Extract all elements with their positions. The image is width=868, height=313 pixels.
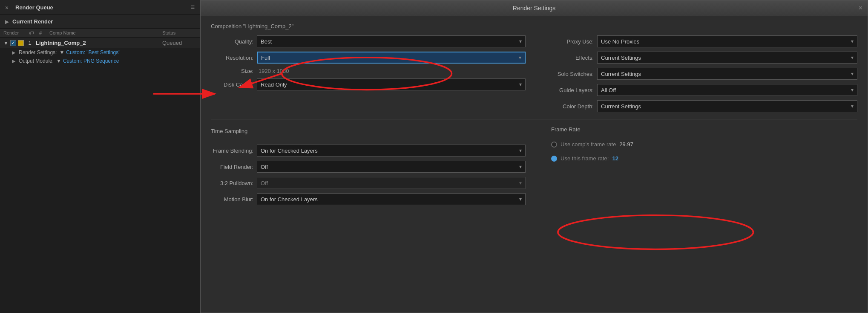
effects-select[interactable]: Current Settings ▾ bbox=[597, 52, 857, 64]
comp-frame-rate-radio[interactable] bbox=[551, 142, 557, 148]
resolution-label: Resolution: bbox=[211, 55, 253, 61]
pulldown-label: 3:2 Pulldown: bbox=[211, 180, 253, 186]
quality-row: Quality: Best ▾ bbox=[211, 35, 526, 47]
header-tag: 🏷 bbox=[29, 30, 39, 35]
dialog-close-icon[interactable]: × bbox=[859, 4, 862, 12]
solo-switches-dropdown-arrow: ▾ bbox=[851, 71, 854, 77]
composition-name: Composition "Lightning_Comp_2" bbox=[211, 23, 857, 29]
item-comp-name: Lightning_Comp_2 bbox=[36, 40, 161, 46]
disk-cache-label: Disk Cache: bbox=[211, 81, 253, 88]
disk-cache-value: Read Only bbox=[261, 81, 287, 88]
proxy-use-select[interactable]: Use No Proxies ▾ bbox=[597, 35, 857, 47]
output-module-dropdown[interactable]: ▼ bbox=[56, 58, 61, 64]
frame-blending-label: Frame Blending: bbox=[211, 148, 253, 154]
current-render-row: ▶ Current Render bbox=[0, 15, 200, 29]
this-frame-rate-label: Use this frame rate: bbox=[560, 155, 609, 162]
output-module-label: Output Module: bbox=[19, 58, 54, 64]
color-depth-select[interactable]: Current Settings ▾ bbox=[597, 100, 857, 112]
disk-cache-row: Disk Cache: Read Only ▾ bbox=[211, 78, 526, 90]
motion-blur-value: On for Checked Layers bbox=[261, 196, 318, 203]
resolution-value: Full bbox=[261, 55, 270, 61]
hamburger-icon[interactable]: ≡ bbox=[191, 3, 195, 11]
pulldown-select: Off ▾ bbox=[257, 177, 526, 189]
guide-layers-select[interactable]: All Off ▾ bbox=[597, 84, 857, 96]
output-expand-icon[interactable]: ▶ bbox=[12, 58, 17, 64]
right-settings: Proxy Use: Use No Proxies ▾ Effects: Cur… bbox=[543, 35, 857, 112]
field-render-select[interactable]: Off ▾ bbox=[257, 161, 526, 173]
field-render-value: Off bbox=[261, 164, 268, 170]
quality-select[interactable]: Best ▾ bbox=[257, 35, 526, 47]
proxy-dropdown-arrow: ▾ bbox=[851, 38, 854, 44]
resolution-row: Resolution: Full ▾ bbox=[211, 52, 526, 64]
sub-expand-icon[interactable]: ▶ bbox=[12, 50, 17, 55]
header-num: # bbox=[39, 30, 49, 35]
panel-header: × Render Queue ≡ bbox=[0, 0, 200, 15]
close-icon[interactable]: × bbox=[5, 4, 11, 10]
frame-blending-dropdown-arrow: ▾ bbox=[519, 148, 522, 154]
resolution-select[interactable]: Full ▾ bbox=[257, 52, 526, 64]
time-sampling-section: Time Sampling Frame Blending: On for Che… bbox=[211, 126, 526, 205]
frame-blending-row: Frame Blending: On for Checked Layers ▾ bbox=[211, 145, 526, 156]
header-status: Status bbox=[162, 30, 196, 35]
quality-value: Best bbox=[261, 38, 272, 45]
time-sampling-grid: Time Sampling Frame Blending: On for Che… bbox=[211, 126, 857, 205]
this-frame-rate-value[interactable]: 12 bbox=[612, 155, 618, 162]
left-settings: Quality: Best ▾ Resolution: Full ▾ Size: bbox=[211, 35, 526, 112]
resolution-dropdown-arrow: ▾ bbox=[519, 55, 521, 61]
pulldown-dropdown-arrow: ▾ bbox=[519, 180, 522, 186]
effects-label: Effects: bbox=[543, 55, 594, 61]
solo-switches-select[interactable]: Current Settings ▾ bbox=[597, 68, 857, 80]
motion-blur-select[interactable]: On for Checked Layers ▾ bbox=[257, 193, 526, 205]
this-frame-rate-radio[interactable] bbox=[551, 156, 557, 162]
effects-value: Current Settings bbox=[601, 55, 641, 61]
output-module-value[interactable]: Custom: PNG Sequence bbox=[63, 58, 119, 64]
comp-frame-rate-label: Use comp's frame rate bbox=[560, 141, 616, 148]
item-expand-icon[interactable]: ▼ bbox=[3, 40, 9, 46]
motion-blur-label: Motion Blur: bbox=[211, 196, 253, 203]
motion-blur-dropdown-arrow: ▾ bbox=[519, 196, 522, 202]
comp-frame-rate-row: Use comp's frame rate 29.97 bbox=[551, 141, 857, 148]
output-module-row: ▶ Output Module: ▼ Custom: PNG Sequence bbox=[0, 57, 200, 65]
divider bbox=[211, 119, 857, 119]
dialog-body: Composition "Lightning_Comp_2" Quality: … bbox=[201, 16, 868, 313]
size-row: Size: 1920 x 1080 bbox=[211, 68, 526, 74]
render-settings-label: Render Settings: bbox=[19, 49, 57, 55]
render-checkbox[interactable]: ✓ bbox=[10, 40, 16, 46]
frame-rate-title: Frame Rate bbox=[551, 126, 857, 133]
field-render-label: Field Render: bbox=[211, 164, 253, 170]
panel-title: Render Queue bbox=[15, 4, 187, 11]
color-depth-dropdown-arrow: ▾ bbox=[851, 103, 854, 109]
solo-switches-value: Current Settings bbox=[601, 71, 641, 77]
guide-layers-row: Guide Layers: All Off ▾ bbox=[543, 84, 857, 96]
expand-arrow-icon[interactable]: ▶ bbox=[5, 19, 9, 25]
dialog-header: Render Settings × bbox=[201, 0, 868, 16]
render-item: ▼ ✓ 1 Lightning_Comp_2 Queued bbox=[0, 38, 200, 48]
guide-layers-label: Guide Layers: bbox=[543, 87, 594, 93]
item-status: Queued bbox=[162, 40, 196, 46]
field-render-row: Field Render: Off ▾ bbox=[211, 161, 526, 173]
frame-blending-value: On for Checked Layers bbox=[261, 148, 318, 154]
disk-cache-select[interactable]: Read Only ▾ bbox=[257, 78, 526, 90]
table-header: Render 🏷 # Comp Name Status bbox=[0, 29, 200, 38]
color-depth-row: Color Depth: Current Settings ▾ bbox=[543, 100, 857, 112]
item-number: 1 bbox=[26, 40, 34, 46]
size-label: Size: bbox=[211, 68, 253, 74]
pulldown-value: Off bbox=[261, 180, 268, 186]
render-settings-value[interactable]: Custom: "Best Settings" bbox=[66, 49, 120, 55]
frame-rate-section: Frame Rate Use comp's frame rate 29.97 U… bbox=[551, 126, 857, 205]
proxy-use-row: Proxy Use: Use No Proxies ▾ bbox=[543, 35, 857, 47]
size-value: 1920 x 1080 bbox=[257, 68, 289, 74]
frame-blending-select[interactable]: On for Checked Layers ▾ bbox=[257, 145, 526, 156]
render-settings-dropdown[interactable]: ▼ bbox=[59, 49, 64, 55]
color-depth-value: Current Settings bbox=[601, 103, 641, 110]
render-settings-row: ▶ Render Settings: ▼ Custom: "Best Setti… bbox=[0, 48, 200, 57]
current-render-label: Current Render bbox=[12, 18, 53, 25]
dialog-title: Render Settings bbox=[513, 5, 555, 12]
quality-dropdown-arrow: ▾ bbox=[519, 38, 522, 44]
comp-frame-rate-value: 29.97 bbox=[619, 141, 633, 148]
quality-label: Quality: bbox=[211, 38, 253, 45]
render-settings-dialog: Render Settings × Composition "Lightning… bbox=[200, 0, 868, 313]
guide-layers-dropdown-arrow: ▾ bbox=[851, 87, 854, 93]
header-comp-name: Comp Name bbox=[49, 30, 162, 35]
solo-switches-row: Solo Switches: Current Settings ▾ bbox=[543, 68, 857, 80]
